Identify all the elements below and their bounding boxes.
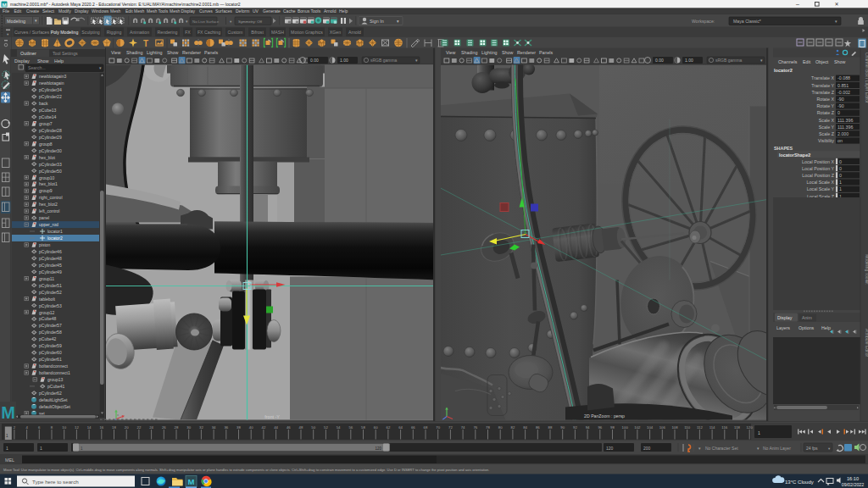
svg-text:-0.088: -0.088 [837,75,850,80]
svg-text:10: 10 [62,425,66,430]
svg-text:M: M [2,2,6,8]
svg-text:114: 114 [709,425,715,430]
svg-text:Show: Show [167,50,178,55]
svg-text:Panels: Panels [539,50,554,55]
svg-text:32: 32 [199,425,203,430]
svg-text:112: 112 [697,425,703,430]
svg-text:pCube13: pCube13 [39,108,57,113]
svg-text:24 fps: 24 fps [806,446,818,451]
svg-text:Object: Object [815,59,829,64]
svg-text:Rotate Y: Rotate Y [816,103,834,108]
svg-text:Local Position Z: Local Position Z [802,173,834,178]
svg-text:group13: group13 [47,377,64,382]
svg-text:group9: group9 [39,188,53,193]
svg-text:pCube41: pCube41 [47,384,65,389]
svg-text:Sculpting: Sculpting [81,30,99,35]
svg-text:pCylinder52: pCylinder52 [39,290,62,295]
svg-text:Local Scale Y: Local Scale Y [807,186,835,191]
svg-text:74: 74 [461,425,465,430]
svg-text:sRGB gamma: sRGB gamma [370,58,398,63]
svg-text:Scale Y: Scale Y [819,125,835,130]
svg-text:right_control: right_control [39,195,63,200]
svg-text:Lighting: Lighting [481,50,498,55]
svg-text:110: 110 [684,425,690,430]
svg-text:newblotagain3: newblotagain3 [39,74,66,79]
svg-text:16: 16 [99,425,103,430]
svg-text:group7: group7 [39,121,53,126]
svg-text:106: 106 [659,425,666,430]
svg-text:Local Scale X: Local Scale X [807,180,835,185]
svg-text:0.851: 0.851 [837,83,849,88]
svg-text:View: View [446,50,456,55]
svg-text:View: View [111,50,121,55]
svg-text:94: 94 [586,425,590,430]
svg-text:82: 82 [511,425,515,430]
svg-text:120: 120 [375,446,381,451]
svg-text:Channel Box / Layer Editor: Channel Box / Layer Editor [865,53,868,103]
svg-text:Outliner: Outliner [20,51,36,56]
svg-text:0: 0 [839,166,842,171]
svg-text:Lighting: Lighting [147,50,163,55]
svg-text:80: 80 [498,425,503,430]
svg-text:Curves: Curves [199,8,213,14]
svg-text:Workspace:: Workspace: [692,19,715,24]
svg-text:Display: Display [14,58,30,64]
svg-text:Modify: Modify [58,8,71,14]
svg-text:panel: panel [39,215,49,220]
svg-text:52: 52 [324,425,328,430]
svg-text:16:10: 16:10 [847,476,859,481]
svg-text:64: 64 [398,425,403,430]
svg-text:1.00: 1.00 [685,58,693,63]
svg-text:hex_blot: hex_blot [39,155,56,160]
svg-text:Help: Help [821,325,831,330]
svg-text:tablebolt: tablebolt [39,297,56,302]
svg-text:30: 30 [186,425,191,430]
svg-text:group8: group8 [39,141,53,147]
svg-text:Windows: Windows [92,8,109,14]
svg-text:Anim: Anim [802,315,812,320]
svg-text:Surfaces: Surfaces [215,8,232,14]
svg-text:72: 72 [448,425,453,430]
svg-text:Rotate Z: Rotate Z [817,110,835,115]
svg-text:14: 14 [87,425,92,430]
svg-text:60: 60 [374,425,378,430]
svg-text:Symmetry: Off: Symmetry: Off [238,19,263,24]
svg-text:pCylinder53: pCylinder53 [39,303,62,308]
svg-text:MASH: MASH [271,30,284,35]
svg-text:70: 70 [436,425,440,430]
svg-text:0: 0 [839,173,842,178]
svg-text:Poly Modeling: Poly Modeling [51,30,79,35]
svg-text:XGen: XGen [330,30,341,35]
svg-text:100: 100 [622,425,629,430]
svg-text:44: 44 [274,425,278,430]
svg-text:Visibility: Visibility [818,138,834,143]
svg-text:Modeling: Modeling [7,19,25,24]
svg-text:pCylinder46: pCylinder46 [39,249,62,254]
svg-text:96: 96 [598,425,602,430]
svg-text:Search...: Search... [28,65,46,70]
svg-text:78: 78 [486,425,490,430]
svg-text:hex_blot2: hex_blot2 [39,202,58,207]
svg-text:pCylinder60: pCylinder60 [39,350,62,355]
svg-text:locator2: locator2 [774,68,793,73]
svg-text:File: File [3,8,9,14]
svg-text:Rendering: Rendering [158,30,178,35]
svg-text:pCylinder58: pCylinder58 [39,330,62,335]
svg-text:108: 108 [671,425,678,430]
svg-text:24: 24 [149,425,153,430]
svg-text:boltandconnect1: boltandconnect1 [39,370,70,375]
svg-text:38: 38 [236,425,241,430]
svg-text:Create: Create [26,8,39,14]
svg-text:pCylinder30: pCylinder30 [39,148,62,153]
svg-text:1: 1 [6,446,8,451]
svg-text:Show: Show [37,58,49,64]
svg-text:▾: ▾ [397,19,399,24]
svg-text:1: 1 [758,430,760,435]
svg-text:piston: piston [39,242,51,247]
svg-text:sRGB gamma: sRGB gamma [715,58,743,63]
svg-text:2D PanZoom : persp: 2D PanZoom : persp [584,413,625,419]
svg-text:66: 66 [411,425,415,430]
svg-text:56: 56 [348,425,353,430]
svg-text:1: 1 [839,180,842,185]
svg-text:0.00: 0.00 [310,58,319,63]
